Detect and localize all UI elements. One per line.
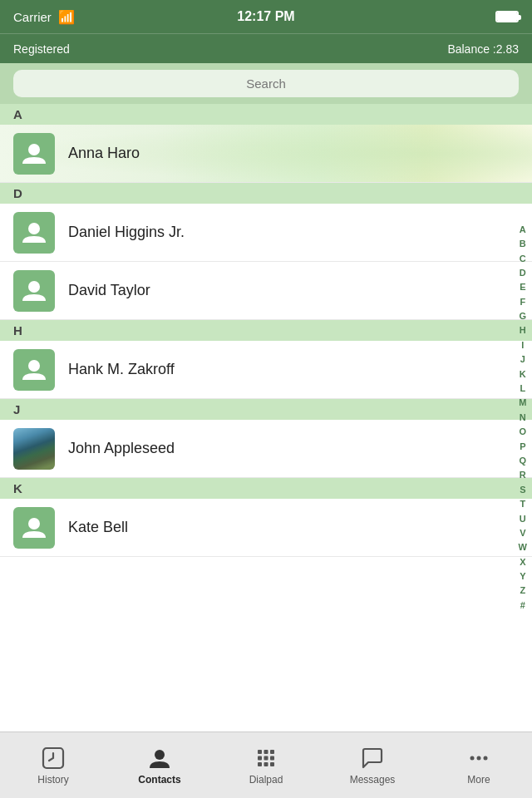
avatar: [13, 349, 55, 391]
alpha-letter-v[interactable]: V: [515, 526, 530, 540]
battery-icon: [495, 11, 519, 22]
tab-more-label: More: [467, 774, 490, 786]
main-content: A Anna Haro D Daniel Higgins Jr.: [0, 63, 532, 732]
alpha-letter-w[interactable]: W: [515, 540, 530, 554]
status-left: Carrier 📶: [13, 9, 75, 25]
balance-label: Balance :2.83: [447, 42, 519, 56]
contact-name: Anna Haro: [68, 145, 140, 162]
alpha-letter-z[interactable]: Z: [515, 584, 530, 598]
alpha-letter-t[interactable]: T: [515, 497, 530, 511]
svg-rect-13: [258, 762, 262, 766]
history-icon: [41, 746, 66, 771]
alpha-letter-p[interactable]: P: [515, 440, 530, 454]
tab-messages[interactable]: Messages: [319, 739, 426, 792]
person-icon: [21, 357, 47, 383]
alpha-letter-d[interactable]: D: [515, 266, 530, 280]
svg-rect-15: [270, 762, 274, 766]
alpha-letter-h[interactable]: H: [515, 323, 530, 337]
section-header-h: H: [0, 320, 532, 341]
svg-rect-12: [270, 756, 274, 760]
avatar: [13, 133, 55, 175]
section-header-d: D: [0, 183, 532, 204]
contact-name: Daniel Higgins Jr.: [68, 224, 185, 241]
carrier-label: Carrier: [13, 10, 52, 24]
svg-rect-7: [258, 750, 262, 754]
person-icon: [21, 278, 47, 304]
svg-rect-10: [258, 756, 262, 760]
alpha-letter-o[interactable]: O: [515, 425, 530, 439]
alpha-letter-l[interactable]: L: [515, 382, 530, 396]
alpha-letter-s[interactable]: S: [515, 483, 530, 497]
alpha-letter-g[interactable]: G: [515, 309, 530, 323]
contact-row[interactable]: David Taylor: [0, 262, 532, 320]
tab-contacts-label: Contacts: [138, 774, 180, 786]
section-header-j: J: [0, 399, 532, 420]
contact-list: A Anna Haro D Daniel Higgins Jr.: [0, 104, 532, 732]
section-header-a: A: [0, 104, 532, 125]
svg-rect-9: [270, 750, 274, 754]
svg-point-2: [28, 281, 40, 293]
registered-label: Registered: [13, 42, 70, 56]
svg-point-1: [28, 223, 40, 234]
search-input[interactable]: [13, 70, 519, 97]
contact-row[interactable]: Hank M. Zakroff: [0, 341, 532, 399]
alpha-letter-b[interactable]: B: [515, 237, 530, 251]
contact-name: David Taylor: [68, 282, 150, 299]
messages-icon: [360, 746, 385, 771]
alpha-letter-m[interactable]: M: [515, 396, 530, 410]
section-header-k: K: [0, 478, 532, 499]
tab-bar: History Contacts Dialpad Messages: [0, 732, 532, 798]
tab-dialpad[interactable]: Dialpad: [213, 739, 319, 792]
alpha-letter-y[interactable]: Y: [515, 569, 530, 584]
person-icon: [21, 140, 47, 167]
contact-name: Hank M. Zakroff: [68, 361, 175, 378]
alpha-index: ABCDEFGHIJKLMNOPQRSTUVWXYZ#: [514, 104, 532, 732]
avatar: [13, 212, 55, 254]
status-bar: Carrier 📶 12:17 PM: [0, 0, 532, 33]
alpha-letter-j[interactable]: J: [515, 352, 530, 367]
alpha-letter-r[interactable]: R: [515, 468, 530, 482]
alpha-letter-n[interactable]: N: [515, 411, 530, 425]
registered-bar: Registered Balance :2.83: [0, 33, 532, 63]
svg-point-17: [477, 756, 481, 760]
contact-row[interactable]: John Appleseed: [0, 420, 532, 478]
status-right: [495, 11, 519, 22]
svg-point-0: [28, 144, 40, 155]
svg-rect-14: [264, 762, 268, 766]
svg-point-6: [155, 750, 165, 760]
more-icon: [466, 746, 491, 771]
contact-row[interactable]: Anna Haro: [0, 125, 532, 183]
tab-dialpad-label: Dialpad: [249, 774, 283, 786]
tab-more[interactable]: More: [426, 739, 532, 792]
svg-rect-8: [264, 750, 268, 754]
alpha-letter-x[interactable]: X: [515, 555, 530, 569]
alpha-letter-#[interactable]: #: [515, 598, 530, 613]
svg-point-16: [470, 756, 475, 760]
avatar: [13, 507, 55, 549]
person-icon: [21, 219, 47, 246]
dialpad-icon: [254, 746, 278, 771]
alpha-letter-u[interactable]: U: [515, 512, 530, 526]
contacts-icon: [147, 746, 172, 771]
person-icon: [21, 515, 47, 541]
svg-point-4: [28, 518, 40, 530]
avatar: [13, 428, 55, 470]
tab-messages-label: Messages: [350, 774, 396, 786]
alpha-letter-e[interactable]: E: [515, 280, 530, 294]
alpha-letter-c[interactable]: C: [515, 252, 530, 266]
alpha-letter-k[interactable]: K: [515, 367, 530, 382]
time-label: 12:17 PM: [237, 9, 294, 24]
contact-name: John Appleseed: [68, 440, 175, 457]
contact-row[interactable]: Daniel Higgins Jr.: [0, 204, 532, 262]
contact-row[interactable]: Kate Bell: [0, 499, 532, 557]
svg-point-18: [484, 756, 488, 760]
alpha-letter-f[interactable]: F: [515, 295, 530, 309]
avatar: [13, 270, 55, 312]
alpha-letter-a[interactable]: A: [515, 223, 530, 237]
tab-history[interactable]: History: [0, 739, 106, 792]
alpha-letter-q[interactable]: Q: [515, 454, 530, 468]
svg-rect-11: [264, 756, 268, 760]
alpha-letter-i[interactable]: I: [515, 338, 530, 352]
tab-contacts[interactable]: Contacts: [106, 739, 213, 792]
wifi-icon: 📶: [58, 9, 75, 25]
